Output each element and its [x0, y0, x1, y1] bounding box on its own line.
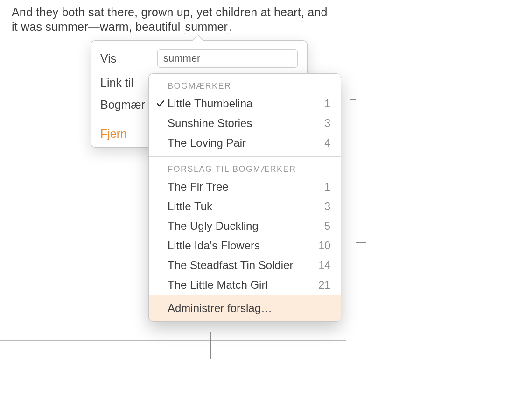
- bookmark-item[interactable]: The Loving Pair 4: [149, 133, 341, 153]
- suggestion-item-count: 10: [318, 240, 330, 252]
- bookmark-item-count: 4: [324, 137, 330, 149]
- callout-pointer-manage: [210, 332, 211, 359]
- suggestion-item-label: The Fir Tree: [168, 180, 320, 193]
- check-icon: [154, 99, 168, 108]
- suggestion-item-count: 3: [324, 200, 330, 213]
- suggestion-item[interactable]: The Fir Tree 1: [149, 177, 341, 197]
- suggestion-item[interactable]: Little Tuk 3: [149, 197, 341, 216]
- callout-bracket-bookmarks: [348, 99, 356, 156]
- suggestion-item-label: The Little Match Girl: [168, 278, 314, 291]
- section-header-suggestions: FORSLAG TIL BOGMÆRKER: [149, 157, 341, 177]
- manage-suggestions-button[interactable]: Administrer forslag…: [149, 295, 341, 321]
- bookmark-item-label: Sunshine Stories: [168, 117, 320, 130]
- paragraph-text-before: And they both sat there, grown up, yet c…: [12, 6, 328, 33]
- suggestion-item-label: The Steadfast Tin Soldier: [168, 259, 314, 272]
- bookmark-item-count: 3: [324, 117, 330, 130]
- suggestion-item-label: Little Ida's Flowers: [168, 239, 314, 252]
- bookmark-dropdown: BOGMÆRKER Little Thumbelina 1 Sunshine S…: [148, 73, 341, 322]
- remove-button[interactable]: Fjern: [100, 127, 127, 141]
- suggestion-item-label: Little Tuk: [168, 200, 320, 213]
- bookmark-item[interactable]: Sunshine Stories 3: [149, 113, 341, 133]
- document-paragraph[interactable]: And they both sat there, grown up, yet c…: [0, 0, 346, 35]
- show-input[interactable]: [157, 49, 298, 68]
- suggestion-item-count: 14: [318, 259, 330, 272]
- bookmark-item-label: Little Thumbelina: [168, 97, 320, 110]
- selected-word[interactable]: summer: [184, 20, 229, 34]
- popover-arrow: [192, 35, 203, 41]
- suggestion-item-count: 21: [318, 279, 330, 291]
- bookmark-item-label: The Loving Pair: [168, 136, 320, 149]
- section-header-bookmarks: BOGMÆRKER: [149, 74, 341, 94]
- suggestion-item[interactable]: The Ugly Duckling 5: [149, 216, 341, 236]
- suggestion-item[interactable]: The Steadfast Tin Soldier 14: [149, 255, 341, 275]
- bookmark-item[interactable]: Little Thumbelina 1: [149, 94, 341, 113]
- suggestion-item-count: 1: [324, 181, 330, 193]
- suggestion-item-label: The Ugly Duckling: [168, 220, 320, 233]
- suggestion-item[interactable]: Little Ida's Flowers 10: [149, 236, 341, 255]
- paragraph-text-after: .: [229, 20, 232, 33]
- callout-bracket-suggestions: [348, 184, 356, 301]
- suggestion-item[interactable]: The Little Match Girl 21: [149, 275, 341, 295]
- suggestion-item-count: 5: [324, 220, 330, 233]
- label-show: Vis: [100, 52, 157, 65]
- bookmark-item-count: 1: [324, 98, 330, 110]
